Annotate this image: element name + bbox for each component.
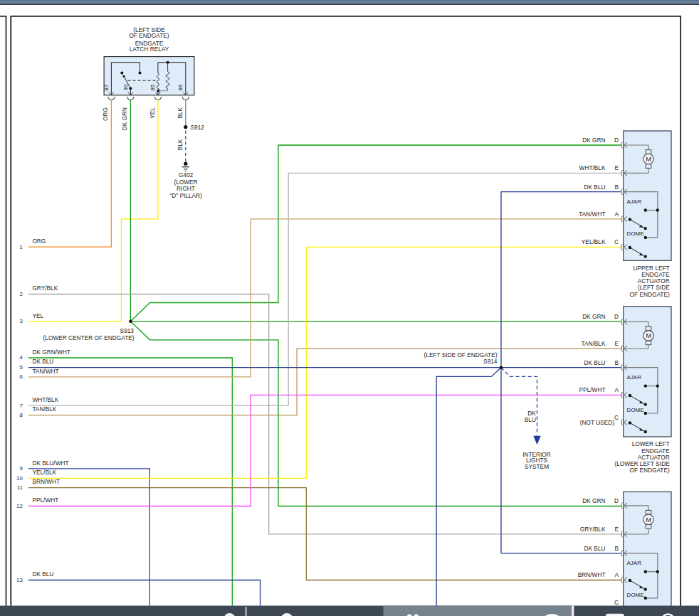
svg-text:AJAR: AJAR: [627, 560, 642, 566]
svg-text:PPL/WHT: PPL/WHT: [579, 386, 606, 393]
svg-text:C: C: [614, 238, 619, 245]
svg-text:A: A: [614, 571, 619, 578]
svg-text:LATCH RELAY: LATCH RELAY: [130, 46, 169, 53]
svg-text:RIGHT: RIGHT: [177, 185, 195, 192]
svg-text:1: 1: [19, 244, 22, 250]
svg-text:M: M: [646, 332, 651, 339]
svg-text:87: 87: [103, 84, 110, 90]
svg-text:DK GRN: DK GRN: [582, 137, 605, 144]
svg-text:"D" PILLAR): "D" PILLAR): [169, 192, 202, 199]
svg-text:B: B: [614, 359, 619, 366]
svg-text:8: 8: [19, 412, 22, 418]
svg-text:5: 5: [19, 364, 23, 371]
svg-text:DK BLU: DK BLU: [584, 184, 606, 191]
svg-text:S912: S912: [191, 124, 205, 131]
svg-text:13: 13: [16, 577, 23, 583]
svg-text:OF ENDGATE): OF ENDGATE): [129, 32, 169, 39]
svg-text:11: 11: [17, 484, 23, 491]
svg-text:E: E: [614, 340, 619, 347]
svg-text:(NOT USED): (NOT USED): [580, 419, 614, 426]
svg-text:GRY/BLK: GRY/BLK: [580, 526, 606, 533]
svg-text:4: 4: [19, 354, 23, 361]
svg-text:12: 12: [16, 503, 23, 509]
svg-text:DK BLU: DK BLU: [32, 570, 53, 578]
svg-text:BRN/WHT: BRN/WHT: [578, 571, 606, 578]
svg-text:2: 2: [19, 291, 22, 297]
svg-text:DK BLU: DK BLU: [584, 359, 606, 366]
svg-text:GRY/BLK: GRY/BLK: [32, 285, 58, 292]
svg-text:10: 10: [16, 475, 23, 482]
svg-text:A: A: [614, 211, 619, 218]
svg-text:S914: S914: [483, 358, 498, 365]
svg-text:TAN/WHT: TAN/WHT: [579, 211, 605, 218]
svg-text:D: D: [614, 497, 619, 504]
svg-text:YEL: YEL: [149, 107, 156, 119]
svg-text:(LEFT SIDE OF ENDGATE): (LEFT SIDE OF ENDGATE): [424, 351, 498, 359]
svg-text:DK GRN: DK GRN: [582, 497, 605, 504]
svg-text:DOME: DOME: [627, 230, 644, 237]
svg-text:(LOWER CENTER OF ENDGATE): (LOWER CENTER OF ENDGATE): [43, 334, 135, 341]
svg-text:AJAR: AJAR: [627, 198, 642, 205]
svg-text:A: A: [614, 386, 619, 393]
svg-text:D: D: [614, 137, 619, 144]
svg-text:C: C: [614, 599, 619, 606]
svg-text:G402: G402: [179, 171, 194, 179]
svg-text:M: M: [646, 156, 651, 163]
svg-text:M: M: [646, 516, 651, 524]
svg-text:E: E: [614, 526, 619, 533]
svg-text:E: E: [614, 164, 619, 171]
svg-text:6: 6: [19, 373, 22, 380]
svg-text:DK GRN: DK GRN: [582, 313, 605, 320]
svg-text:TAN/BLK: TAN/BLK: [582, 340, 606, 347]
svg-text:DK GRN/WHT: DK GRN/WHT: [32, 349, 70, 356]
svg-text:BLK: BLK: [177, 139, 184, 150]
svg-text:B: B: [614, 545, 619, 552]
svg-text:AJAR: AJAR: [627, 374, 642, 381]
svg-text:D: D: [614, 313, 619, 320]
svg-text:WHT/BLK: WHT/BLK: [579, 164, 606, 171]
svg-text:S913: S913: [120, 327, 135, 334]
svg-text:7: 7: [19, 403, 22, 409]
svg-text:TAN/WHT: TAN/WHT: [32, 368, 58, 375]
svg-text:OF ENDGATE): OF ENDGATE): [630, 467, 670, 474]
svg-text:DK BLU/WHT: DK BLU/WHT: [32, 460, 68, 467]
svg-text:BRN/WHT: BRN/WHT: [32, 478, 60, 485]
svg-text:DK BLU: DK BLU: [32, 358, 53, 365]
svg-text:YEL/BLK: YEL/BLK: [582, 238, 606, 245]
svg-text:3: 3: [19, 318, 22, 324]
svg-text:PPL/WHT: PPL/WHT: [32, 496, 58, 504]
svg-text:B: B: [614, 184, 619, 191]
svg-text:YEL: YEL: [32, 312, 43, 319]
svg-text:86: 86: [177, 84, 184, 90]
svg-text:DK GRN: DK GRN: [121, 107, 128, 130]
svg-text:SYSTEM: SYSTEM: [525, 463, 549, 470]
svg-text:9: 9: [19, 465, 22, 472]
svg-text:YEL/BLK: YEL/BLK: [32, 469, 56, 476]
svg-text:DOME: DOME: [627, 592, 644, 598]
svg-text:85: 85: [149, 84, 156, 90]
svg-text:C: C: [614, 414, 619, 421]
svg-text:BLU: BLU: [525, 416, 536, 423]
svg-text:DOME: DOME: [627, 407, 644, 413]
svg-text:ORG: ORG: [32, 238, 46, 245]
svg-text:BLK: BLK: [177, 107, 184, 119]
svg-text:WHT/BLK: WHT/BLK: [32, 396, 58, 403]
svg-text:OF ENDGATE): OF ENDGATE): [630, 291, 670, 298]
svg-text:30: 30: [122, 84, 129, 90]
svg-text:TAN/BLK: TAN/BLK: [32, 405, 56, 413]
svg-text:DK: DK: [527, 410, 536, 417]
svg-text:DK BLU: DK BLU: [584, 545, 606, 552]
svg-text:(LOWER: (LOWER: [174, 179, 197, 186]
svg-text:ORG: ORG: [102, 107, 109, 121]
